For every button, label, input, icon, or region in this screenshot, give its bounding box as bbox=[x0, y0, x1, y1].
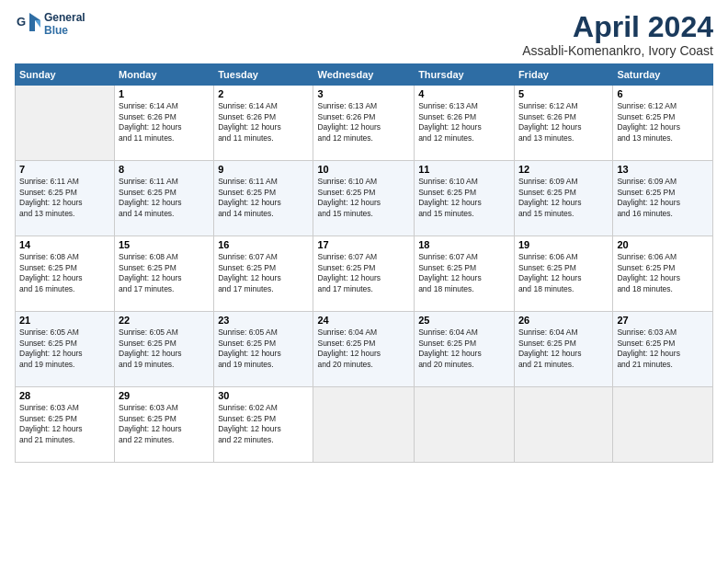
day-info: Sunrise: 6:03 AM Sunset: 6:25 PM Dayligh… bbox=[119, 403, 210, 445]
day-number: 11 bbox=[418, 164, 510, 175]
day-info: Sunrise: 6:11 AM Sunset: 6:25 PM Dayligh… bbox=[119, 177, 210, 219]
logo: G General Blue bbox=[15, 11, 85, 37]
day-info: Sunrise: 6:14 AM Sunset: 6:26 PM Dayligh… bbox=[119, 101, 210, 144]
day-number: 18 bbox=[418, 239, 510, 250]
day-number: 5 bbox=[518, 88, 609, 99]
day-number: 9 bbox=[218, 164, 309, 175]
day-info: Sunrise: 6:04 AM Sunset: 6:25 PM Dayligh… bbox=[518, 327, 609, 370]
calendar-cell: 3Sunrise: 6:13 AM Sunset: 6:26 PM Daylig… bbox=[313, 86, 415, 161]
calendar-table: SundayMondayTuesdayWednesdayThursdayFrid… bbox=[15, 63, 713, 463]
day-number: 23 bbox=[218, 315, 309, 326]
calendar-cell: 20Sunrise: 6:06 AM Sunset: 6:25 PM Dayli… bbox=[613, 236, 713, 312]
day-number: 19 bbox=[518, 239, 609, 250]
day-info: Sunrise: 6:14 AM Sunset: 6:26 PM Dayligh… bbox=[218, 101, 309, 144]
day-number: 26 bbox=[518, 315, 609, 326]
subtitle: Assabli-Komenankro, Ivory Coast bbox=[522, 43, 713, 58]
day-number: 10 bbox=[317, 164, 410, 175]
calendar-cell: 24Sunrise: 6:04 AM Sunset: 6:25 PM Dayli… bbox=[313, 312, 415, 387]
day-number: 13 bbox=[617, 164, 709, 175]
logo-text: General Blue bbox=[44, 11, 85, 37]
day-number: 17 bbox=[317, 239, 410, 250]
logo-icon: G bbox=[15, 11, 40, 37]
calendar-cell: 19Sunrise: 6:06 AM Sunset: 6:25 PM Dayli… bbox=[514, 236, 612, 312]
calendar-week-row: 14Sunrise: 6:08 AM Sunset: 6:25 PM Dayli… bbox=[16, 236, 713, 312]
day-number: 28 bbox=[19, 390, 110, 401]
day-info: Sunrise: 6:07 AM Sunset: 6:25 PM Dayligh… bbox=[418, 252, 510, 294]
day-number: 16 bbox=[218, 239, 309, 250]
day-number: 3 bbox=[317, 88, 410, 99]
day-number: 30 bbox=[218, 390, 309, 401]
day-info: Sunrise: 6:05 AM Sunset: 6:25 PM Dayligh… bbox=[19, 327, 110, 370]
calendar-week-row: 21Sunrise: 6:05 AM Sunset: 6:25 PM Dayli… bbox=[16, 312, 713, 387]
calendar-cell: 2Sunrise: 6:14 AM Sunset: 6:26 PM Daylig… bbox=[214, 86, 313, 161]
calendar-cell: 16Sunrise: 6:07 AM Sunset: 6:25 PM Dayli… bbox=[214, 236, 313, 312]
calendar-cell: 28Sunrise: 6:03 AM Sunset: 6:25 PM Dayli… bbox=[16, 387, 115, 463]
day-number: 21 bbox=[19, 315, 110, 326]
calendar-cell: 30Sunrise: 6:02 AM Sunset: 6:25 PM Dayli… bbox=[214, 387, 313, 463]
calendar-header-row: SundayMondayTuesdayWednesdayThursdayFrid… bbox=[16, 64, 713, 86]
calendar-cell: 15Sunrise: 6:08 AM Sunset: 6:25 PM Dayli… bbox=[115, 236, 214, 312]
day-number: 27 bbox=[617, 315, 709, 326]
day-info: Sunrise: 6:13 AM Sunset: 6:26 PM Dayligh… bbox=[317, 101, 410, 144]
day-info: Sunrise: 6:10 AM Sunset: 6:25 PM Dayligh… bbox=[418, 177, 510, 219]
calendar-cell bbox=[415, 387, 515, 463]
calendar-cell: 29Sunrise: 6:03 AM Sunset: 6:25 PM Dayli… bbox=[115, 387, 214, 463]
calendar-week-row: 28Sunrise: 6:03 AM Sunset: 6:25 PM Dayli… bbox=[16, 387, 713, 463]
header-cell-friday: Friday bbox=[514, 64, 612, 86]
calendar-cell: 22Sunrise: 6:05 AM Sunset: 6:25 PM Dayli… bbox=[115, 312, 214, 387]
day-info: Sunrise: 6:04 AM Sunset: 6:25 PM Dayligh… bbox=[418, 327, 510, 370]
header-cell-tuesday: Tuesday bbox=[214, 64, 313, 86]
calendar-cell: 9Sunrise: 6:11 AM Sunset: 6:25 PM Daylig… bbox=[214, 161, 313, 236]
calendar-cell: 11Sunrise: 6:10 AM Sunset: 6:25 PM Dayli… bbox=[415, 161, 515, 236]
day-number: 20 bbox=[617, 239, 709, 250]
day-info: Sunrise: 6:08 AM Sunset: 6:25 PM Dayligh… bbox=[119, 252, 210, 294]
header-cell-thursday: Thursday bbox=[415, 64, 515, 86]
header-cell-monday: Monday bbox=[115, 64, 214, 86]
day-number: 25 bbox=[418, 315, 510, 326]
day-info: Sunrise: 6:05 AM Sunset: 6:25 PM Dayligh… bbox=[218, 327, 309, 370]
day-number: 12 bbox=[518, 164, 609, 175]
day-number: 4 bbox=[418, 88, 510, 99]
day-info: Sunrise: 6:06 AM Sunset: 6:25 PM Dayligh… bbox=[617, 252, 709, 294]
day-number: 1 bbox=[119, 88, 210, 99]
calendar-cell: 18Sunrise: 6:07 AM Sunset: 6:25 PM Dayli… bbox=[415, 236, 515, 312]
calendar-cell: 26Sunrise: 6:04 AM Sunset: 6:25 PM Dayli… bbox=[514, 312, 612, 387]
page: G General Blue April 2024 Assabli-Komena… bbox=[0, 0, 728, 472]
day-number: 8 bbox=[119, 164, 210, 175]
day-info: Sunrise: 6:05 AM Sunset: 6:25 PM Dayligh… bbox=[119, 327, 210, 370]
svg-text:G: G bbox=[17, 15, 26, 29]
day-info: Sunrise: 6:12 AM Sunset: 6:26 PM Dayligh… bbox=[518, 101, 609, 144]
day-info: Sunrise: 6:03 AM Sunset: 6:25 PM Dayligh… bbox=[617, 327, 709, 370]
day-info: Sunrise: 6:02 AM Sunset: 6:25 PM Dayligh… bbox=[218, 403, 309, 445]
calendar-cell: 10Sunrise: 6:10 AM Sunset: 6:25 PM Dayli… bbox=[313, 161, 415, 236]
calendar-cell bbox=[514, 387, 612, 463]
calendar-cell: 17Sunrise: 6:07 AM Sunset: 6:25 PM Dayli… bbox=[313, 236, 415, 312]
day-number: 6 bbox=[617, 88, 709, 99]
calendar-cell: 21Sunrise: 6:05 AM Sunset: 6:25 PM Dayli… bbox=[16, 312, 115, 387]
day-number: 22 bbox=[119, 315, 210, 326]
header: G General Blue April 2024 Assabli-Komena… bbox=[15, 11, 713, 58]
day-info: Sunrise: 6:09 AM Sunset: 6:25 PM Dayligh… bbox=[617, 177, 709, 219]
day-info: Sunrise: 6:11 AM Sunset: 6:25 PM Dayligh… bbox=[218, 177, 309, 219]
calendar-cell: 5Sunrise: 6:12 AM Sunset: 6:26 PM Daylig… bbox=[514, 86, 612, 161]
day-number: 2 bbox=[218, 88, 309, 99]
day-info: Sunrise: 6:13 AM Sunset: 6:26 PM Dayligh… bbox=[418, 101, 510, 144]
day-info: Sunrise: 6:12 AM Sunset: 6:25 PM Dayligh… bbox=[617, 101, 709, 144]
day-info: Sunrise: 6:07 AM Sunset: 6:25 PM Dayligh… bbox=[218, 252, 309, 294]
calendar-cell: 14Sunrise: 6:08 AM Sunset: 6:25 PM Dayli… bbox=[16, 236, 115, 312]
calendar-cell bbox=[613, 387, 713, 463]
calendar-week-row: 1Sunrise: 6:14 AM Sunset: 6:26 PM Daylig… bbox=[16, 86, 713, 161]
calendar-cell: 1Sunrise: 6:14 AM Sunset: 6:26 PM Daylig… bbox=[115, 86, 214, 161]
calendar-cell: 7Sunrise: 6:11 AM Sunset: 6:25 PM Daylig… bbox=[16, 161, 115, 236]
day-number: 7 bbox=[19, 164, 110, 175]
day-info: Sunrise: 6:08 AM Sunset: 6:25 PM Dayligh… bbox=[19, 252, 110, 294]
day-number: 14 bbox=[19, 239, 110, 250]
header-cell-saturday: Saturday bbox=[613, 64, 713, 86]
day-number: 24 bbox=[317, 315, 410, 326]
calendar-cell: 27Sunrise: 6:03 AM Sunset: 6:25 PM Dayli… bbox=[613, 312, 713, 387]
day-info: Sunrise: 6:06 AM Sunset: 6:25 PM Dayligh… bbox=[518, 252, 609, 294]
header-cell-wednesday: Wednesday bbox=[313, 64, 415, 86]
day-info: Sunrise: 6:10 AM Sunset: 6:25 PM Dayligh… bbox=[317, 177, 410, 219]
calendar-cell: 13Sunrise: 6:09 AM Sunset: 6:25 PM Dayli… bbox=[613, 161, 713, 236]
title-area: April 2024 Assabli-Komenankro, Ivory Coa… bbox=[522, 11, 713, 58]
